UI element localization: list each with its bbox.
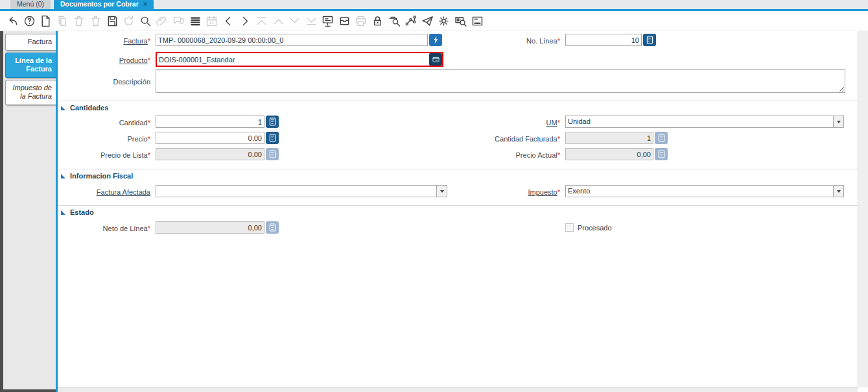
row-producto: Producto* [58,52,858,67]
section-estado[interactable]: Estado [58,206,858,217]
sidebar-tab-l-nea-de-la-factura[interactable]: Línea de la Factura [5,53,56,78]
help-icon[interactable] [23,14,36,28]
collapse-triangle-icon [61,174,65,178]
producto-field[interactable] [157,53,429,66]
new-record-icon[interactable] [39,14,53,28]
copy-record-icon [56,14,69,28]
row-descripcion: Descripción [58,69,858,93]
chat-icon [172,14,185,28]
no-linea-label: No. Línea* [526,37,560,45]
workflow-icon[interactable] [404,14,417,28]
last-record-icon [305,14,318,28]
row-factura: Factura* No. Línea* [58,34,858,46]
refresh-icon [122,14,135,28]
close-icon[interactable]: × [143,1,147,7]
zoom-across-icon[interactable] [388,14,401,28]
cantidad-field[interactable] [156,116,264,128]
previous-record-icon[interactable] [222,14,235,28]
attachment-icon [155,14,169,28]
row-precio-cantfact: Precio* Cantidad Facturada* [58,132,858,144]
neto-de-linea-field [156,221,264,234]
row-estado: Neto de Línea* Procesado [58,221,858,234]
window-tab-bar: Menú (0) Documentos por Cobrar × [0,0,868,11]
tab-documentos-label: Documentos por Cobrar [60,0,139,8]
preferences-icon[interactable] [437,14,451,28]
undo-icon[interactable] [6,14,19,28]
calculator-button[interactable] [266,132,279,144]
collapse-triangle-icon [61,210,65,215]
product-search-button[interactable] [429,53,442,66]
detail-record-icon [288,14,301,28]
section-informacion-fiscal[interactable]: Informacion Fiscal [58,169,858,180]
calculator-button-disabled [266,221,279,234]
chevron-down-icon[interactable] [833,186,843,197]
calendar-icon: 31 [205,14,218,28]
section-informacion-fiscal-title: Informacion Fiscal [70,172,133,180]
collapse-triangle-icon [61,106,65,110]
cantidad-facturada-field [565,132,653,144]
section-cantidades[interactable]: Cantidades [58,101,858,112]
detail-panel-icon[interactable] [471,14,484,28]
next-record-icon[interactable] [238,14,252,28]
factura-afectada-combo[interactable] [156,185,447,197]
calculator-button-disabled [655,148,668,160]
chevron-down-icon[interactable] [436,186,447,197]
horizontal-scrollbar[interactable] [58,387,858,392]
precio-de-lista-field [156,148,264,160]
requests-icon[interactable] [421,14,434,28]
sidebar-tab-factura[interactable]: Factura [5,34,56,51]
calculator-button[interactable] [266,116,279,128]
row-fiscal: Factura Afectada Impuesto* Exento [58,185,858,197]
precio-de-lista-label: Precio de Lista* [100,151,150,159]
zoom-record-icon [434,36,438,43]
procesado-label: Procesado [578,224,612,232]
find-icon[interactable] [139,14,152,28]
descripcion-field[interactable] [156,69,845,93]
procesado-checkbox[interactable] [565,223,574,232]
row-lista-actual: Precio de Lista* Precio Actual* [58,148,858,160]
record-zoom-button[interactable] [429,34,442,46]
product-info-icon[interactable] [454,14,467,28]
calculator-button-disabled [266,148,279,160]
factura-afectada-value [156,186,436,197]
parent-record-icon [272,14,285,28]
precio-actual-label: Precio Actual* [516,151,560,159]
calculator-button-disabled [655,132,668,144]
um-value: Unidad [566,116,833,127]
precio-actual-field [565,148,653,160]
archive-icon[interactable] [338,14,351,28]
factura-label: Factura* [123,37,150,45]
report-icon[interactable] [321,14,334,28]
first-record-icon [255,14,268,28]
form-content: Factura* No. Línea* Producto* [56,31,868,392]
factura-field[interactable] [156,34,428,46]
precio-field[interactable] [156,132,264,144]
factura-afectada-label: Factura Afectada [97,188,150,196]
sidebar-tab-impuesto-de-la-factura[interactable]: Impuesto de la Factura [5,80,56,105]
save-icon[interactable] [106,14,119,28]
svg-text:31: 31 [209,20,214,25]
chevron-down-icon[interactable] [833,116,843,127]
delete-record-icon [72,14,86,28]
toolbar: 31 [0,11,868,31]
cantidad-label: Cantidad* [119,119,150,127]
descripcion-label: Descripción [113,78,150,86]
calculator-button[interactable] [643,34,656,46]
app-window: Menú (0) Documentos por Cobrar × 31 Fact… [0,0,868,392]
delete-selection-icon [89,14,102,28]
neto-de-linea-label: Neto de Línea* [103,225,150,232]
grid-toggle-icon[interactable] [189,14,202,28]
producto-label: Producto* [119,56,150,64]
impuesto-combo[interactable]: Exento [565,185,844,197]
tab-documentos-por-cobrar[interactable]: Documentos por Cobrar × [54,0,154,9]
tab-menu[interactable]: Menú (0) [10,0,51,9]
row-cantidad-um: Cantidad* UM* Unidad [58,116,858,128]
vertical-scrollbar[interactable] [858,31,868,387]
lock-icon[interactable] [371,14,384,28]
tab-menu-label: Menú (0) [17,0,44,8]
um-combo[interactable]: Unidad [565,116,844,128]
cantidad-facturada-label: Cantidad Facturada* [495,135,560,143]
no-linea-field[interactable] [565,34,642,46]
section-estado-title: Estado [70,208,94,216]
producto-highlight-border [156,52,443,67]
